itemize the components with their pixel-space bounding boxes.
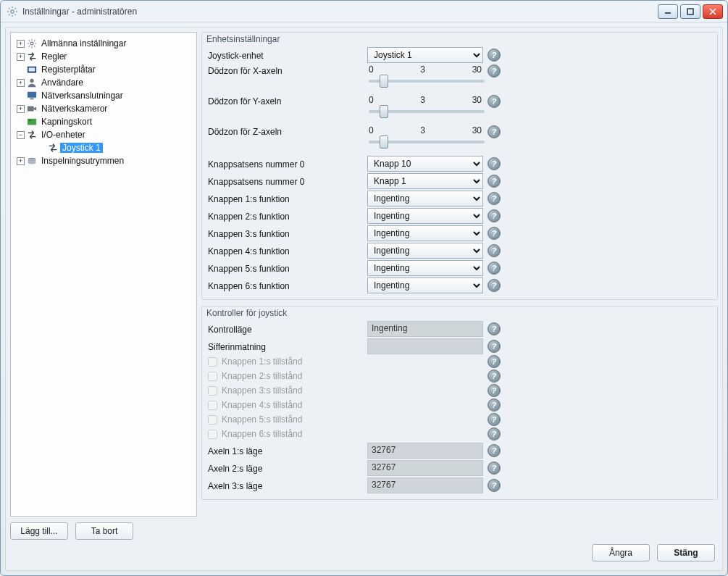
card-icon xyxy=(26,117,38,127)
keypad-number-label: Knappsatsens nummer 0 xyxy=(208,175,367,187)
tree-item[interactable]: +Inspelningsutrymmen xyxy=(14,154,193,167)
tree-item[interactable]: Joystick 1 xyxy=(25,141,193,154)
expander-icon[interactable]: + xyxy=(17,79,25,87)
help-icon[interactable]: ? xyxy=(488,340,501,353)
svg-rect-7 xyxy=(29,67,35,71)
help-icon[interactable]: ? xyxy=(488,413,501,426)
tree-item-label: Allmänna inställningar xyxy=(39,38,128,49)
arrows-icon xyxy=(26,51,38,62)
button-state-label: Knappen 1:s tillstånd xyxy=(222,356,302,367)
help-icon[interactable]: ? xyxy=(488,322,501,335)
expander-icon[interactable]: + xyxy=(17,40,25,48)
tree-item-label: Nätverkskameror xyxy=(39,104,109,114)
button-state-label: Knappen 3:s tillstånd xyxy=(222,385,302,396)
tick-min: 0 xyxy=(369,64,374,75)
tree-item-label: Regler xyxy=(39,51,69,62)
button-state-checkbox xyxy=(208,386,217,396)
deadzone-slider[interactable] xyxy=(369,80,485,83)
help-icon[interactable]: ? xyxy=(488,462,501,475)
svg-rect-10 xyxy=(30,99,33,100)
help-icon[interactable]: ? xyxy=(488,398,501,412)
deadzone-slider[interactable] xyxy=(369,110,485,113)
button-function-select[interactable]: Ingenting xyxy=(367,191,483,206)
keypad-number-select[interactable]: Knapp 1 xyxy=(367,173,483,189)
svg-point-8 xyxy=(30,79,33,83)
help-icon[interactable]: ? xyxy=(488,227,501,240)
app-gear-icon xyxy=(7,6,18,17)
button-function-select[interactable]: Ingenting xyxy=(367,225,483,241)
help-icon[interactable]: ? xyxy=(488,64,501,78)
help-icon[interactable]: ? xyxy=(488,95,501,108)
arrows-icon xyxy=(26,130,38,140)
disk-icon xyxy=(26,156,38,166)
control-mode-value: Ingenting xyxy=(367,321,483,337)
tree-item[interactable]: Kapningskort xyxy=(14,115,193,128)
svg-point-0 xyxy=(11,9,14,12)
svg-rect-12 xyxy=(28,119,36,125)
tree-item[interactable]: +Nätverkskameror xyxy=(14,102,193,115)
gear-icon xyxy=(26,38,38,49)
svg-rect-13 xyxy=(29,120,32,121)
close-button[interactable] xyxy=(703,4,723,19)
help-icon[interactable]: ? xyxy=(488,244,501,257)
keypad-number-select[interactable]: Knapp 10 xyxy=(367,156,483,172)
help-icon[interactable]: ? xyxy=(488,125,501,138)
svg-rect-11 xyxy=(28,107,34,112)
help-icon[interactable]: ? xyxy=(488,444,501,457)
minimize-button[interactable] xyxy=(658,4,678,19)
tick-max: 30 xyxy=(472,64,482,75)
deadzone-label: Dödzon för Y-axeln xyxy=(208,95,367,107)
help-icon[interactable]: ? xyxy=(488,157,501,170)
add-button[interactable]: Lägg till... xyxy=(10,522,68,540)
expander-icon[interactable]: + xyxy=(17,105,25,113)
settings-tree[interactable]: +Allmänna inställningar+ReglerRegisterpl… xyxy=(10,32,197,517)
help-icon[interactable]: ? xyxy=(488,209,501,222)
close-dialog-button[interactable]: Stäng xyxy=(657,544,715,562)
tick-mid: 3 xyxy=(420,95,425,105)
expander-icon[interactable]: − xyxy=(17,131,25,139)
help-icon[interactable]: ? xyxy=(488,427,501,441)
help-icon[interactable]: ? xyxy=(488,479,501,492)
expander-icon[interactable]: + xyxy=(17,53,25,61)
button-function-select[interactable]: Ingenting xyxy=(367,260,483,276)
help-icon[interactable]: ? xyxy=(488,355,501,368)
help-icon[interactable]: ? xyxy=(488,279,501,292)
tree-item[interactable]: +Användare xyxy=(14,76,193,89)
tick-mid: 3 xyxy=(420,64,425,75)
tree-item[interactable]: Nätverksanslutningar xyxy=(14,89,193,102)
expander-icon[interactable]: + xyxy=(17,157,25,165)
help-icon[interactable]: ? xyxy=(488,262,501,275)
help-icon[interactable]: ? xyxy=(488,49,501,62)
tree-item-label: Användare xyxy=(39,78,85,88)
remove-button[interactable]: Ta bort xyxy=(75,522,133,540)
maximize-button[interactable] xyxy=(680,4,700,19)
undo-button[interactable]: Ångra xyxy=(592,544,650,562)
button-function-select[interactable]: Ingenting xyxy=(367,277,483,293)
tree-item[interactable]: Registerplåtar xyxy=(14,63,193,76)
axis-position-value: 32767 xyxy=(367,460,483,476)
joystick-controls-group: Kontroller för joystick Kontrolläge Inge… xyxy=(201,306,718,500)
tree-item-label: I/O-enheter xyxy=(39,130,88,140)
deadzone-label: Dödzon för Z-axeln xyxy=(208,125,367,137)
axis-position-label: Axeln 2:s läge xyxy=(208,462,367,474)
device-settings-group: Enhetsinställningar Joystick-enhet Joyst… xyxy=(201,32,718,300)
tick-max: 30 xyxy=(472,95,482,105)
expander-spacer xyxy=(17,118,25,126)
button-function-select[interactable]: Ingenting xyxy=(367,208,483,224)
expander-spacer xyxy=(17,66,25,74)
tick-min: 0 xyxy=(369,95,374,105)
button-function-select[interactable]: Ingenting xyxy=(367,243,483,259)
tree-item[interactable]: −I/O-enheter xyxy=(14,128,193,141)
axis-position-value: 32767 xyxy=(367,477,483,493)
plate-icon xyxy=(26,64,38,75)
dialog-footer: Ångra Stäng xyxy=(10,540,718,566)
help-icon[interactable]: ? xyxy=(488,370,501,383)
help-icon[interactable]: ? xyxy=(488,384,501,397)
help-icon[interactable]: ? xyxy=(488,175,501,188)
joystick-device-label: Joystick-enhet xyxy=(208,49,367,61)
deadzone-slider[interactable] xyxy=(369,141,485,143)
tree-item[interactable]: +Regler xyxy=(14,50,193,63)
joystick-device-select[interactable]: Joystick 1 xyxy=(367,47,483,63)
tree-item[interactable]: +Allmänna inställningar xyxy=(14,37,193,50)
help-icon[interactable]: ? xyxy=(488,192,501,205)
